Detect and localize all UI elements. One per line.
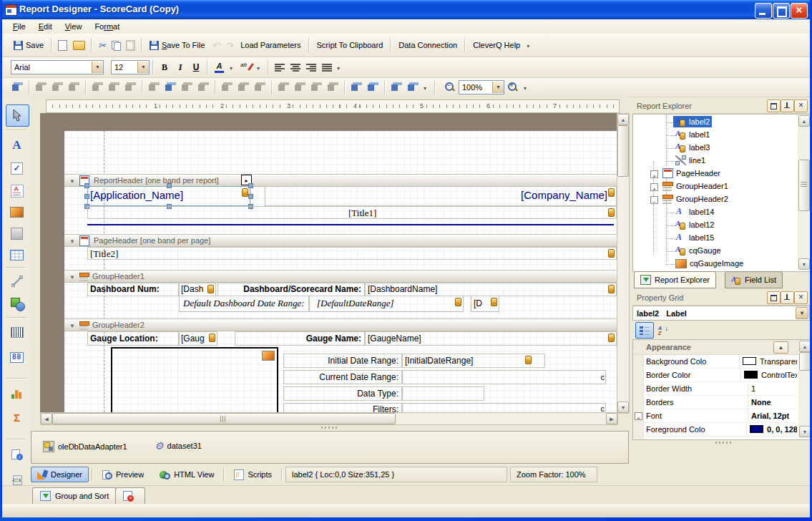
smart-tag-icon[interactable]: [491, 298, 497, 306]
caption-current-date-range[interactable]: Current Date Range:: [283, 370, 402, 384]
design-vertical-scrollbar[interactable]: [617, 113, 630, 414]
tree-scroll-thumb[interactable]: [798, 160, 810, 211]
close-button[interactable]: [791, 3, 808, 19]
collapse-triangle-icon[interactable]: [69, 176, 77, 185]
horizontal-splitter[interactable]: [31, 425, 627, 429]
tree-item-label15[interactable]: label15: [633, 232, 810, 245]
panel-close-icon[interactable]: [794, 291, 808, 304]
save-to-file-button[interactable]: Save To File: [145, 39, 209, 52]
caption-filters[interactable]: Filters:: [283, 403, 402, 412]
collapse-triangle-icon[interactable]: [69, 272, 77, 281]
align-tops-icon[interactable]: [91, 82, 104, 93]
category-collapse-icon[interactable]: [773, 341, 788, 354]
script-to-clipboard-button[interactable]: Script To Clipboard: [313, 39, 388, 51]
align-centers-icon[interactable]: [51, 82, 64, 93]
zoom-in-button[interactable]: +: [504, 80, 522, 94]
align-center-button[interactable]: [288, 62, 303, 73]
make-same-height-icon[interactable]: [180, 82, 194, 93]
expand-font-icon[interactable]: [635, 412, 642, 420]
property-row-border-width[interactable]: Border Width 1: [643, 381, 797, 396]
collapse-triangle-icon[interactable]: [69, 321, 77, 329]
panel-splitter-grip[interactable]: [715, 442, 731, 444]
digital-display-tool[interactable]: [6, 347, 28, 368]
align-bottoms-icon[interactable]: [124, 82, 137, 93]
menu-file[interactable]: File: [6, 21, 32, 32]
report-explorer-tree[interactable]: label2 label1 label3 line1 PageHeader Gr…: [632, 114, 811, 272]
align-right-button[interactable]: [303, 62, 319, 73]
checkbox-tool[interactable]: [6, 158, 28, 179]
vert-spacing-remove-icon[interactable]: [326, 82, 340, 93]
label-initial-date-range-value[interactable]: [InitialDateRange]: [402, 354, 545, 368]
caption-gauge-location[interactable]: Gauge Location:: [87, 331, 179, 346]
chart-tool[interactable]: [6, 383, 28, 404]
smart-tag-icon[interactable]: [455, 298, 461, 306]
object-selector-combo[interactable]: label2 Label: [632, 306, 810, 321]
vert-spacing-equal-icon[interactable]: [277, 82, 290, 93]
collapse-triangle-icon[interactable]: [69, 236, 77, 245]
toolbar-overflow-chevron-icon[interactable]: [522, 83, 529, 92]
page-info-tool[interactable]: [6, 444, 28, 465]
smart-tag-icon[interactable]: [608, 249, 615, 258]
scroll-down-icon[interactable]: [617, 401, 629, 413]
caption-data-type[interactable]: Data Type:: [283, 386, 402, 401]
category-appearance[interactable]: Appearance: [633, 340, 810, 355]
tree-item-groupheader1[interactable]: GroupHeader1: [633, 180, 810, 193]
label-d-value[interactable]: [D: [471, 296, 499, 312]
save-button[interactable]: Save: [9, 39, 48, 52]
undo-button[interactable]: [209, 39, 222, 52]
label-gauge-location-value[interactable]: [Gaug: [179, 331, 217, 346]
toolbar-overflow-chevron-icon[interactable]: [335, 63, 342, 72]
caption-dashboard-name[interactable]: Dashboard/Scorecard Name:: [217, 283, 365, 296]
component-dataset31[interactable]: dataset31: [155, 441, 202, 451]
property-row-border-color[interactable]: Border Color ControlText: [643, 368, 797, 382]
copy-button[interactable]: [109, 39, 123, 52]
redo-button[interactable]: [222, 39, 236, 52]
bold-button[interactable]: B: [157, 60, 172, 74]
label-title2[interactable]: [Title2]: [87, 247, 617, 260]
chevron-down-icon[interactable]: [255, 63, 262, 72]
tree-expand-icon[interactable]: [650, 183, 658, 191]
open-button[interactable]: [70, 39, 88, 52]
report-page[interactable]: ReportHeader [one band per report] [Appl…: [64, 131, 617, 412]
italic-button[interactable]: I: [172, 60, 188, 74]
toolbar-overflow-chevron-icon[interactable]: [524, 41, 532, 49]
smart-tag-icon[interactable]: [608, 188, 615, 197]
maximize-button[interactable]: [773, 3, 790, 19]
font-name-combo[interactable]: Arial: [11, 60, 104, 74]
bring-to-front-icon[interactable]: [390, 82, 403, 93]
menu-edit[interactable]: Edit: [32, 21, 59, 32]
report-explorer-header[interactable]: Report Explorer: [632, 99, 812, 114]
toolbar-overflow-chevron-icon[interactable]: [421, 83, 429, 92]
tab-scripts-errors[interactable]: [115, 487, 145, 504]
label-data-type-value[interactable]: [402, 386, 484, 401]
gauge-picture-box[interactable]: [111, 347, 278, 412]
design-horizontal-scrollbar[interactable]: [40, 412, 618, 425]
tree-item-cqgauge[interactable]: cqGauge: [633, 245, 810, 258]
chevron-down-icon[interactable]: [492, 82, 504, 93]
smart-tag-icon[interactable]: [608, 285, 615, 293]
label-filters-value[interactable]: c: [402, 403, 606, 412]
data-connection-button[interactable]: Data Connection: [394, 39, 461, 51]
vert-spacing-increase-icon[interactable]: [293, 82, 307, 93]
vert-spacing-decrease-icon[interactable]: [310, 82, 323, 93]
scroll-left-icon[interactable]: [41, 413, 52, 424]
scroll-up-icon[interactable]: [799, 341, 811, 352]
minimize-button[interactable]: [755, 3, 772, 19]
label-gauge-name-value[interactable]: [GaugeName]: [365, 331, 617, 346]
scroll-up-icon[interactable]: [798, 115, 810, 127]
horiz-spacing-increase-icon[interactable]: [237, 82, 250, 93]
new-button[interactable]: [55, 39, 70, 52]
label-dashboard-name-value[interactable]: [DashboardName]: [365, 283, 617, 296]
make-same-width-icon[interactable]: [147, 82, 161, 93]
tree-item-label14[interactable]: label14: [633, 206, 810, 219]
panel-close-icon[interactable]: [794, 99, 808, 112]
scroll-down-icon[interactable]: [799, 426, 811, 437]
caption-initial-date-range[interactable]: Initial Date Range:: [283, 354, 402, 368]
tree-item-cqgaugeimage[interactable]: cqGaugeImage: [633, 258, 810, 271]
center-vertically-icon[interactable]: [366, 82, 380, 93]
design-canvas[interactable]: ReportHeader [one band per report] [Appl…: [40, 113, 617, 412]
panel-tool[interactable]: [6, 223, 28, 244]
label-title1[interactable]: [Title1]: [87, 206, 617, 219]
center-horizontally-icon[interactable]: [350, 82, 363, 93]
horiz-spacing-decrease-icon[interactable]: [253, 82, 267, 93]
